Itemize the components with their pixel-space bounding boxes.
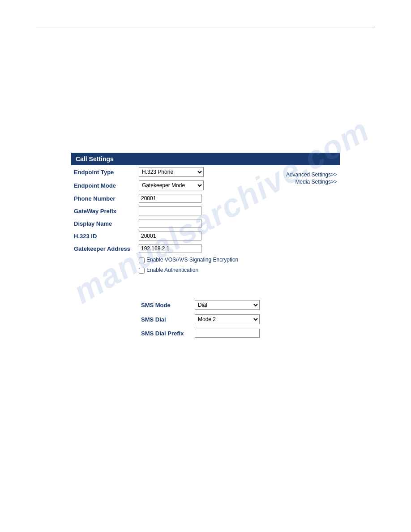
table-row: Endpoint Type H.323 Phone H.323 Gateway …: [71, 165, 340, 179]
endpoint-type-label: Endpoint Type: [71, 165, 136, 179]
auth-checkbox-label: Enable Authentication: [146, 267, 198, 273]
table-row: GateWay Prefix: [71, 205, 340, 217]
endpoint-type-select[interactable]: H.323 Phone H.323 Gateway Terminal: [139, 167, 204, 177]
sms-dial-label: SMS Dial: [138, 312, 192, 326]
sms-dial-row: SMS Dial Mode 1 Mode 2 Mode 3: [138, 312, 262, 326]
auth-checkbox-cell: Enable Authentication: [136, 265, 340, 275]
media-settings-link[interactable]: Media Settings>>: [252, 179, 337, 185]
sms-dial-prefix-input[interactable]: [195, 329, 260, 338]
links-cell: Advanced Settings>> Media Settings>>: [249, 165, 340, 192]
vos-checkbox-cell: Enable VOS/AVS Signaling Encryption: [136, 255, 340, 265]
call-settings-section: Call Settings Endpoint Type H.323 Phone …: [71, 153, 340, 340]
sms-mode-select[interactable]: Dial SMS None: [195, 300, 260, 310]
sms-dial-prefix-row: SMS Dial Prefix: [138, 326, 262, 340]
sms-table: SMS Mode Dial SMS None SMS Dial Mode 1: [138, 298, 262, 340]
section-header: Call Settings: [71, 153, 340, 165]
sms-dial-cell: Mode 1 Mode 2 Mode 3: [192, 312, 262, 326]
table-row: Display Name: [71, 217, 340, 230]
auth-checkbox-row: Enable Authentication: [71, 265, 340, 275]
auth-checkbox[interactable]: [139, 268, 145, 274]
display-name-cell: [136, 217, 249, 230]
top-divider: [36, 27, 375, 27]
display-name-label: Display Name: [71, 217, 136, 230]
gateway-prefix-label: GateWay Prefix: [71, 205, 136, 217]
gatekeeper-address-cell: [136, 242, 249, 255]
table-row: H.323 ID: [71, 230, 340, 242]
sms-section: SMS Mode Dial SMS None SMS Dial Mode 1: [138, 298, 340, 340]
sms-mode-row: SMS Mode Dial SMS None: [138, 298, 262, 312]
auth-checkbox-container: Enable Authentication: [139, 267, 337, 274]
gatekeeper-address-label: Gatekeeper Address: [71, 242, 136, 255]
vos-checkbox-row: Enable VOS/AVS Signaling Encryption: [71, 255, 340, 265]
h323-id-input[interactable]: [139, 232, 201, 240]
gatekeeper-address-input[interactable]: [139, 244, 201, 253]
sms-mode-label: SMS Mode: [138, 298, 192, 312]
settings-table: Endpoint Type H.323 Phone H.323 Gateway …: [71, 165, 340, 275]
advanced-settings-link[interactable]: Advanced Settings>>: [252, 172, 337, 178]
gateway-prefix-cell: [136, 205, 249, 217]
endpoint-mode-label: Endpoint Mode: [71, 179, 136, 192]
vos-checkbox-label: Enable VOS/AVS Signaling Encryption: [146, 257, 238, 263]
sms-mode-cell: Dial SMS None: [192, 298, 262, 312]
phone-number-cell: [136, 192, 249, 205]
h323-id-cell: [136, 230, 249, 242]
table-row: Gatekeeper Address: [71, 242, 340, 255]
endpoint-mode-cell: Gatekeeper Mode Direct Mode: [136, 179, 249, 192]
display-name-input[interactable]: [139, 219, 201, 228]
phone-number-label: Phone Number: [71, 192, 136, 205]
h323-id-label: H.323 ID: [71, 230, 136, 242]
sms-dial-prefix-label: SMS Dial Prefix: [138, 326, 192, 340]
gateway-prefix-input[interactable]: [139, 206, 201, 215]
sms-dial-select[interactable]: Mode 1 Mode 2 Mode 3: [195, 314, 260, 324]
vos-checkbox-container: Enable VOS/AVS Signaling Encryption: [139, 257, 337, 263]
endpoint-mode-select[interactable]: Gatekeeper Mode Direct Mode: [139, 180, 204, 190]
table-row: Phone Number: [71, 192, 340, 205]
vos-checkbox[interactable]: [139, 257, 145, 263]
sms-dial-prefix-cell: [192, 326, 262, 340]
endpoint-type-cell: H.323 Phone H.323 Gateway Terminal: [136, 165, 249, 179]
phone-number-input[interactable]: [139, 194, 201, 203]
